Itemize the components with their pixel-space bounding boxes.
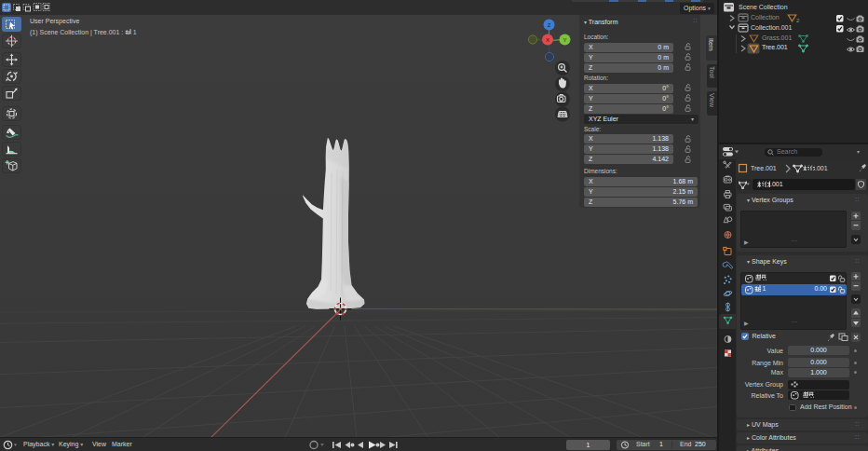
svg-text:Z: Z — [548, 22, 551, 28]
svg-text:Y: Y — [563, 37, 566, 43]
svg-text:2: 2 — [796, 18, 800, 23]
svg-text:X: X — [546, 37, 549, 43]
